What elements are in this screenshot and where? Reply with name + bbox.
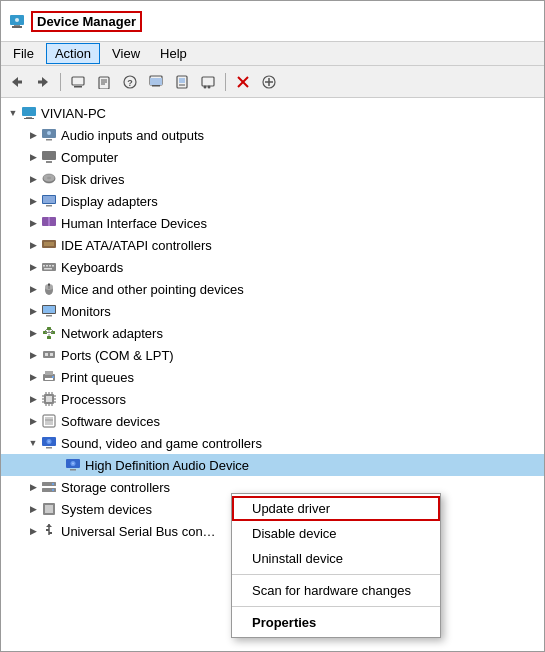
- tree-item-computer[interactable]: ▶ Computer: [1, 146, 544, 168]
- svg-point-105: [52, 489, 54, 491]
- computer-expand[interactable]: ▶: [25, 149, 41, 165]
- svg-rect-74: [45, 371, 53, 375]
- processors-expand[interactable]: ▶: [25, 391, 41, 407]
- svg-rect-59: [43, 306, 55, 313]
- svg-rect-78: [46, 396, 52, 402]
- svg-rect-8: [72, 77, 84, 85]
- menu-bar: File Action View Help: [1, 42, 544, 66]
- menu-view[interactable]: View: [104, 44, 148, 63]
- context-properties[interactable]: Properties: [232, 610, 440, 635]
- sound-label: Sound, video and game controllers: [61, 436, 262, 451]
- print-icon: [41, 369, 57, 385]
- add-toolbar-button[interactable]: [257, 70, 281, 94]
- svg-point-76: [52, 376, 54, 378]
- svg-rect-35: [46, 139, 52, 141]
- audio-label: Audio inputs and outputs: [61, 128, 204, 143]
- tree-item-monitors[interactable]: ▶ Monitors: [1, 300, 544, 322]
- context-disable-device[interactable]: Disable device: [232, 521, 440, 546]
- svg-rect-111: [49, 532, 52, 534]
- tree-item-hid[interactable]: ▶ Human Interface Devices: [1, 212, 544, 234]
- toolbar-btn-8[interactable]: [196, 70, 220, 94]
- tree-item-mice[interactable]: ▶ Mice and other pointing devices: [1, 278, 544, 300]
- print-expand[interactable]: ▶: [25, 369, 41, 385]
- tree-item-ide[interactable]: ▶ IDE ATA/ATAPI controllers: [1, 234, 544, 256]
- toolbar-sep-2: [225, 73, 226, 91]
- toolbar: ?: [1, 66, 544, 98]
- keyboard-icon: [41, 259, 57, 275]
- hid-icon: [41, 215, 57, 231]
- tree-item-audio[interactable]: ▶ Audio inputs and outputs: [1, 124, 544, 146]
- svg-rect-97: [46, 447, 52, 449]
- toolbar-btn-6[interactable]: [144, 70, 168, 94]
- menu-action[interactable]: Action: [46, 43, 100, 64]
- svg-rect-42: [43, 196, 55, 203]
- storage-expand[interactable]: ▶: [25, 479, 41, 495]
- tree-item-software[interactable]: ▶ Software devices: [1, 410, 544, 432]
- svg-rect-92: [45, 417, 53, 425]
- help-toolbar-button[interactable]: ?: [118, 70, 142, 94]
- monitors-expand[interactable]: ▶: [25, 303, 41, 319]
- software-expand[interactable]: ▶: [25, 413, 41, 429]
- svg-point-34: [47, 131, 51, 135]
- svg-point-104: [52, 483, 54, 485]
- tree-item-print[interactable]: ▶ Print queues: [1, 366, 544, 388]
- context-update-driver[interactable]: Update driver: [232, 496, 440, 521]
- context-scan[interactable]: Scan for hardware changes: [232, 578, 440, 603]
- svg-line-64: [45, 329, 47, 331]
- svg-rect-20: [179, 78, 185, 83]
- disk-label: Disk drives: [61, 172, 125, 187]
- toolbar-btn-7[interactable]: [170, 70, 194, 94]
- processor-icon: [41, 391, 57, 407]
- back-button[interactable]: [5, 70, 29, 94]
- audio-expand[interactable]: ▶: [25, 127, 41, 143]
- toolbar-btn-4[interactable]: [92, 70, 116, 94]
- svg-rect-50: [46, 265, 48, 267]
- ide-expand[interactable]: ▶: [25, 237, 41, 253]
- pc-icon: [21, 105, 37, 121]
- hid-expand[interactable]: ▶: [25, 215, 41, 231]
- disk-expand[interactable]: ▶: [25, 171, 41, 187]
- close-toolbar-button[interactable]: [231, 70, 255, 94]
- context-menu: Update driver Disable device Uninstall d…: [231, 493, 441, 638]
- svg-rect-10: [99, 77, 109, 89]
- svg-text:?: ?: [127, 78, 133, 88]
- svg-rect-60: [46, 315, 52, 317]
- ports-expand[interactable]: ▶: [25, 347, 41, 363]
- tree-item-ports[interactable]: ▶ Ports (COM & LPT): [1, 344, 544, 366]
- toolbar-btn-3[interactable]: [66, 70, 90, 94]
- root-expand[interactable]: ▼: [5, 105, 21, 121]
- mice-expand[interactable]: ▶: [25, 281, 41, 297]
- tree-item-keyboards[interactable]: ▶ Keyboards: [1, 256, 544, 278]
- system-expand[interactable]: ▶: [25, 501, 41, 517]
- tree-item-network[interactable]: ▶ Network adapters: [1, 322, 544, 344]
- ide-label: IDE ATA/ATAPI controllers: [61, 238, 212, 253]
- menu-file[interactable]: File: [5, 44, 42, 63]
- tree-root[interactable]: ▼ VIVIAN-PC: [1, 102, 544, 124]
- tree-item-sound[interactable]: ▼ Sound, video and game controllers: [1, 432, 544, 454]
- context-uninstall-device[interactable]: Uninstall device: [232, 546, 440, 571]
- usb-label: Universal Serial Bus con…: [61, 524, 216, 539]
- svg-rect-52: [52, 265, 54, 267]
- svg-point-100: [72, 463, 74, 465]
- display-label: Display adapters: [61, 194, 158, 209]
- svg-point-24: [208, 85, 211, 88]
- device-manager-window: Device Manager File Action View Help: [0, 0, 545, 652]
- sound-expand[interactable]: ▼: [25, 435, 41, 451]
- display-expand[interactable]: ▶: [25, 193, 41, 209]
- computer-icon: [41, 149, 57, 165]
- svg-rect-63: [47, 327, 51, 330]
- system-label: System devices: [61, 502, 152, 517]
- keyboards-expand[interactable]: ▶: [25, 259, 41, 275]
- tree-item-disk[interactable]: ▶ Disk drives: [1, 168, 544, 190]
- svg-rect-2: [14, 25, 20, 26]
- svg-rect-107: [45, 505, 53, 513]
- tree-item-hdaudio[interactable]: ▶ High Definition Audio Device: [1, 454, 544, 476]
- usb-expand[interactable]: ▶: [25, 523, 41, 539]
- svg-rect-110: [46, 529, 49, 531]
- network-expand[interactable]: ▶: [25, 325, 41, 341]
- tree-item-display[interactable]: ▶ Display adapters: [1, 190, 544, 212]
- menu-help[interactable]: Help: [152, 44, 195, 63]
- tree-item-processors[interactable]: ▶ Proces: [1, 388, 544, 410]
- forward-button[interactable]: [31, 70, 55, 94]
- print-label: Print queues: [61, 370, 134, 385]
